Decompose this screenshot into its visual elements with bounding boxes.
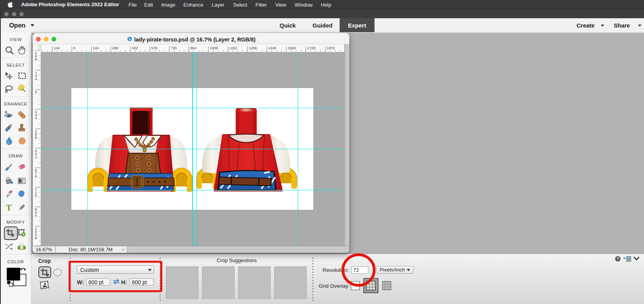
svg-text:1008: 1008 [209, 46, 218, 50]
svg-text:0: 0 [73, 46, 75, 50]
svg-text:720: 720 [171, 46, 177, 50]
svg-text:0: 0 [35, 90, 37, 94]
svg-text:432: 432 [131, 46, 138, 50]
svg-text:1440: 1440 [268, 46, 276, 50]
svg-text:4: 4 [35, 213, 37, 217]
svg-text:4: 4 [35, 116, 37, 120]
svg-text:576: 576 [151, 46, 157, 50]
svg-text:144: 144 [93, 46, 99, 50]
svg-text:144: 144 [54, 46, 60, 50]
svg-text:8: 8 [35, 135, 37, 139]
svg-text:8: 8 [35, 236, 37, 240]
svg-text:?: ? [616, 257, 619, 261]
svg-text:1584: 1584 [288, 46, 296, 50]
svg-text:864: 864 [190, 46, 196, 50]
svg-text:8: 8 [35, 57, 37, 61]
svg-text:T: T [6, 203, 12, 212]
svg-text:288: 288 [112, 46, 118, 50]
svg-text:1152: 1152 [229, 46, 237, 50]
svg-text:0: 0 [35, 193, 37, 198]
svg-text:1296: 1296 [249, 46, 257, 50]
svg-text:6: 6 [35, 174, 37, 178]
svg-text:1728: 1728 [307, 46, 315, 50]
svg-text:1872: 1872 [326, 46, 335, 50]
svg-text:4: 4 [35, 76, 37, 81]
svg-text:2: 2 [35, 154, 37, 159]
